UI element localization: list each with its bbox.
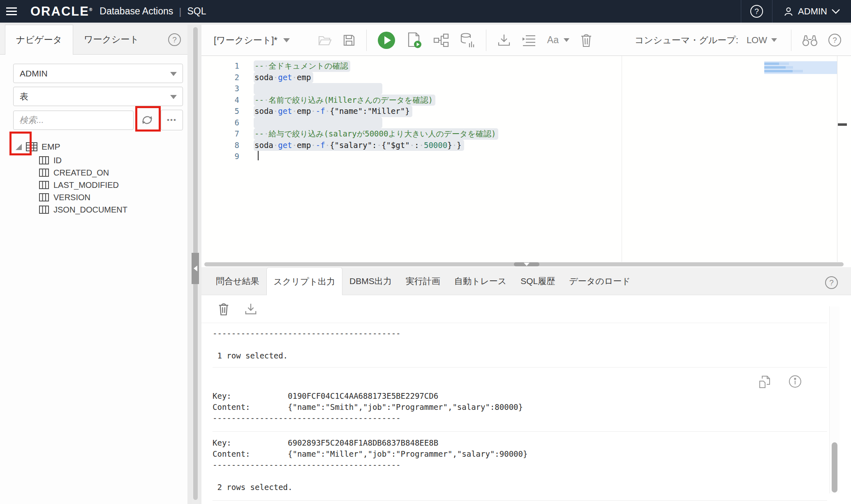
tab-script-output[interactable]: スクリプト出力 xyxy=(266,267,342,295)
output-scrollbar-thumb[interactable] xyxy=(832,442,837,492)
format-icon xyxy=(522,34,536,46)
tree-item-column[interactable]: JSON_DOCUMENT xyxy=(13,203,183,216)
text-size-button[interactable]: Aa xyxy=(547,35,569,46)
script-output-text: Key: 0190FCF04C1C4AA688173E5BE2297CD6 Co… xyxy=(213,368,851,431)
column-icon xyxy=(39,156,49,165)
binoculars-icon xyxy=(802,34,818,47)
output-help-button[interactable]: ? xyxy=(825,276,838,289)
code-line[interactable]: 1--·全ドキュメントの確認 xyxy=(201,60,851,72)
schema-select[interactable]: ADMIN xyxy=(13,64,183,83)
help-icon: ? xyxy=(828,34,841,46)
code-line[interactable]: 2soda·get·emp xyxy=(201,72,851,83)
result-info-button[interactable] xyxy=(789,375,802,388)
code-line[interactable]: 5soda·get·emp·-f·{"name":"Miller"} xyxy=(201,106,851,117)
chevron-left-icon xyxy=(194,266,197,271)
tree-item-column[interactable]: CREATED_ON xyxy=(13,166,183,179)
help-button[interactable]: ? xyxy=(741,0,772,23)
folder-open-icon xyxy=(318,34,332,46)
format-button[interactable] xyxy=(522,34,536,46)
tree-item-label: LAST_MODIFIED xyxy=(53,180,119,190)
tab-navigator[interactable]: ナビゲータ xyxy=(5,25,73,55)
navigator-help-button[interactable]: ? xyxy=(168,33,181,46)
code-line-text xyxy=(254,151,257,162)
editor-right-border xyxy=(837,56,837,262)
download-button[interactable] xyxy=(497,33,511,47)
script-output-text: Key: 6902893F5C2048F1A8DB6837B848EE8B Co… xyxy=(213,432,851,500)
consumer-group-value: LOW xyxy=(747,35,767,46)
code-line[interactable]: 6 xyxy=(201,117,851,129)
run-statement-button[interactable] xyxy=(377,31,395,49)
object-type-select[interactable]: 表 xyxy=(13,87,183,106)
output-panel: 問合せ結果スクリプト出力DBMS出力実行計画自動トレースSQL履歴データのロード… xyxy=(201,267,851,504)
tab-sql-history[interactable]: SQL履歴 xyxy=(513,267,562,295)
autotrace-button[interactable] xyxy=(460,32,475,48)
panel-splitter[interactable] xyxy=(192,25,199,504)
person-icon xyxy=(783,6,794,17)
code-line[interactable]: 4--·名前で絞り込み(Millerさんのデータを確認) xyxy=(201,95,851,106)
download-icon xyxy=(244,303,257,316)
tree-item-column[interactable]: VERSION xyxy=(13,191,183,203)
tab-execution-plan[interactable]: 実行計画 xyxy=(399,267,447,295)
tab-worksheet[interactable]: ワークシート xyxy=(73,25,150,54)
trash-icon xyxy=(218,302,229,316)
explain-plan-icon xyxy=(433,33,449,47)
clear-worksheet-button[interactable] xyxy=(580,33,592,47)
save-button[interactable] xyxy=(342,34,356,47)
help-icon: ? xyxy=(750,5,763,18)
tree-item-column[interactable]: ID xyxy=(13,154,183,166)
title-separator: | xyxy=(179,6,181,17)
search-input[interactable] xyxy=(13,111,134,130)
splitter-handle[interactable] xyxy=(514,262,539,266)
consumer-group-label: コンシューマ・グループ: xyxy=(635,34,738,46)
chevron-down-icon xyxy=(771,38,777,42)
tab-autotrace[interactable]: 自動トレース xyxy=(447,267,513,295)
object-type-select-value: 表 xyxy=(20,91,28,102)
code-line[interactable]: 3 xyxy=(201,83,851,95)
tab-dbms-output[interactable]: DBMS出力 xyxy=(342,267,399,295)
code-line[interactable]: 7--·給与で絞り込み(salaryが50000より大きい人のデータを確認) xyxy=(201,128,851,140)
annotation-box-expand xyxy=(9,132,32,155)
explain-plan-button[interactable] xyxy=(433,33,449,47)
autotrace-icon xyxy=(460,32,475,48)
tree-item-emp[interactable]: EMP xyxy=(13,139,183,154)
download-output-button[interactable] xyxy=(244,303,257,316)
code-line-text xyxy=(254,83,382,95)
tab-data-load[interactable]: データのロード xyxy=(562,267,637,295)
editor-output-splitter[interactable] xyxy=(201,262,851,267)
tree-item-label: JSON_DOCUMENT xyxy=(53,205,127,215)
code-line[interactable]: 9 xyxy=(201,151,851,162)
tree-item-column[interactable]: LAST_MODIFIED xyxy=(13,179,183,191)
chevron-down-icon[interactable] xyxy=(283,38,290,42)
code-line-text: --·名前で絞り込み(Millerさんのデータを確認) xyxy=(254,95,435,106)
oracle-logo: ORACLE® xyxy=(30,4,93,19)
copy-result-button[interactable] xyxy=(759,375,771,388)
open-file-button[interactable] xyxy=(318,34,332,46)
annotation-box-refresh xyxy=(135,106,161,132)
output-scrollbar[interactable] xyxy=(829,306,839,493)
column-icon xyxy=(39,205,49,214)
clear-output-button[interactable] xyxy=(218,302,229,316)
text-size-label: Aa xyxy=(547,35,559,46)
worksheet-help-button[interactable]: ? xyxy=(828,34,841,46)
tree-item-label: CREATED_ON xyxy=(53,168,109,178)
app-title: Database Actions xyxy=(99,6,173,17)
code-editor[interactable]: 1--·全ドキュメントの確認2soda·get·emp34--·名前で絞り込み(… xyxy=(201,56,851,262)
editor-scroll-marker xyxy=(838,123,847,126)
tree-item-label: EMP xyxy=(42,142,60,152)
run-script-button[interactable] xyxy=(406,32,423,49)
tree-item-label: ID xyxy=(53,156,62,165)
hamburger-menu-icon[interactable] xyxy=(0,0,23,23)
download-icon xyxy=(497,33,511,47)
code-line-text: soda·get·emp xyxy=(254,72,313,83)
collapse-panel-handle[interactable] xyxy=(192,253,199,284)
navigator-panel: ナビゲータワークシート ? ADMIN 表 ••• xyxy=(0,25,187,504)
more-actions-button[interactable]: ••• xyxy=(161,110,183,130)
code-line[interactable]: 8soda·get·emp·-f·{"salary":·{"$gt"·:·500… xyxy=(201,140,851,151)
worksheet-panel: [ワークシート]* xyxy=(201,25,851,504)
column-icon xyxy=(39,180,49,190)
minimap-selection[interactable] xyxy=(764,61,837,74)
user-menu[interactable]: ADMIN xyxy=(772,0,851,23)
consumer-group-select[interactable]: LOW xyxy=(747,35,777,46)
tab-query-result[interactable]: 問合せ結果 xyxy=(209,267,266,295)
find-button[interactable] xyxy=(802,34,818,47)
